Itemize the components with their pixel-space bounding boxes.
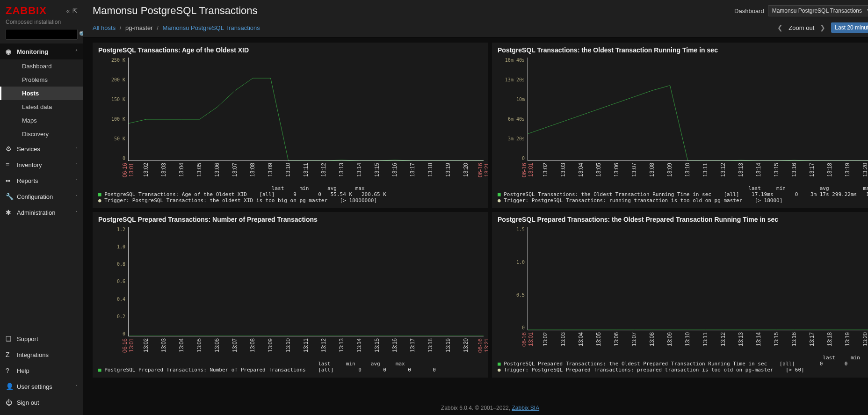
dashboard-grid: PostgreSQL Transactions: Age of the Olde… xyxy=(83,38,868,401)
dashboard-label: Dashboard xyxy=(734,7,764,15)
chart-title: PostgreSQL Prepared Transactions: the Ol… xyxy=(492,212,868,227)
sidebar-sub-maps[interactable]: Maps xyxy=(0,114,83,127)
sidebar-item-label: Reports xyxy=(17,177,38,184)
y-axis: 1.21.00.80.60.40.20 xyxy=(93,227,128,336)
user-icon: 👤 xyxy=(6,383,17,390)
sidebar: ZABBIX « ⇱ Composed installation 🔍 ◉ Mon… xyxy=(0,0,83,415)
time-range-select[interactable]: Last 20 minutes 🕒 xyxy=(831,22,868,33)
cogs-icon: ✱ xyxy=(6,209,17,216)
sidebar-item-monitoring[interactable]: ◉ Monitoring ˄ xyxy=(0,44,83,59)
search-input[interactable] xyxy=(9,31,79,38)
breadcrumb-host[interactable]: pg-master xyxy=(125,24,153,31)
chart-title: PostgreSQL Prepared Transactions: Number… xyxy=(93,212,488,227)
sidebar-item-label: Inventory xyxy=(17,161,42,168)
chevron-down-icon: ˅ xyxy=(75,178,78,183)
breadcrumb: All hosts / pg-master / Mamonsu PostgreS… xyxy=(93,24,260,31)
y-axis: 16m 40s13m 20s10m6m 40s3m 20s0 xyxy=(492,58,528,161)
support-icon: ❑ xyxy=(6,335,17,342)
sidebar-sub-problems[interactable]: Problems xyxy=(0,73,83,87)
chart-plot[interactable] xyxy=(128,227,484,336)
chart-title: PostgreSQL Transactions: Age of the Olde… xyxy=(93,43,488,58)
chart-legend: last min avg max■ PostgreSQL Prepared Tr… xyxy=(492,352,868,378)
sidebar-sub-latest[interactable]: Latest data xyxy=(0,100,83,114)
help-icon: ? xyxy=(6,367,17,374)
chart-legend: last min avg max■ PostgreSQL Transaction… xyxy=(93,182,488,208)
y-axis: 1.51.00.50 xyxy=(492,227,528,330)
chart-plot[interactable] xyxy=(128,58,484,161)
chevron-down-icon: ˅ xyxy=(75,210,78,215)
sidebar-item-support[interactable]: ❑ Support xyxy=(0,331,83,347)
chevron-down-icon: ˅ xyxy=(75,146,78,152)
time-range-value: Last 20 minutes xyxy=(835,24,868,31)
topbar: Mamonsu PostgreSQL Transactions Dashboar… xyxy=(83,0,868,20)
sidebar-item-configuration[interactable]: 🔧 Configuration ˅ xyxy=(0,189,83,204)
sidebar-sub-hosts[interactable]: Hosts xyxy=(0,87,83,100)
chevron-down-icon: ˅ xyxy=(75,162,78,167)
card-0: PostgreSQL Transactions: Age of the Olde… xyxy=(93,43,488,208)
chart-legend: last min avg max■ PostgreSQL Prepared Tr… xyxy=(93,358,488,378)
sidebar-item-user[interactable]: 👤 User settings ˅ xyxy=(0,379,83,394)
y-axis: 250 K200 K150 K100 K50 K0 xyxy=(93,58,128,161)
logo-row: ZABBIX « ⇱ xyxy=(0,0,83,19)
chevron-down-icon: ˅ xyxy=(75,194,78,199)
footer-text: Zabbix 6.0.4. © 2001–2022, xyxy=(441,405,512,411)
dashboard-select[interactable]: Mamonsu PostgreSQL Transactions xyxy=(768,5,868,16)
main-area: Mamonsu PostgreSQL Transactions Dashboar… xyxy=(83,0,868,415)
zoom-out-button[interactable]: Zoom out xyxy=(788,24,814,31)
time-next-icon[interactable]: ❯ xyxy=(820,24,825,31)
chart-title: PostgreSQL Transactions: the Oldest Tran… xyxy=(492,43,868,58)
chart-icon: ▪▪ xyxy=(6,177,17,184)
power-icon: ⏻ xyxy=(6,399,17,406)
dashboard-select-value: Mamonsu PostgreSQL Transactions xyxy=(772,7,862,14)
sidebar-item-label: Configuration xyxy=(17,193,53,200)
eye-icon: ◉ xyxy=(6,48,17,55)
sidebar-item-help[interactable]: ? Help xyxy=(0,363,83,379)
footer-link[interactable]: Zabbix SIA xyxy=(512,405,539,411)
sidebar-item-integrations[interactable]: Z Integrations xyxy=(0,347,83,363)
chart-plot[interactable] xyxy=(528,227,868,330)
sidebar-item-reports[interactable]: ▪▪ Reports ˅ xyxy=(0,173,83,189)
sidebar-item-signout[interactable]: ⏻ Sign out xyxy=(0,394,83,410)
sidebar-item-label: Help xyxy=(17,367,29,374)
sidebar-item-label: Administration xyxy=(17,209,55,216)
chevron-up-icon: ˄ xyxy=(75,49,78,54)
chart-legend: last min avg max■ PostgreSQL Transaction… xyxy=(492,182,868,208)
card-2: PostgreSQL Prepared Transactions: Number… xyxy=(93,212,488,378)
sidebar-item-inventory[interactable]: ≡ Inventory ˅ xyxy=(0,157,83,173)
breadcrumb-current[interactable]: Mamonsu PostgreSQL Transactions xyxy=(162,24,260,31)
integrations-icon: Z xyxy=(6,351,17,358)
page-title: Mamonsu PostgreSQL Transactions xyxy=(93,5,258,17)
sidebar-item-label: Support xyxy=(17,335,38,342)
sidebar-sub-discovery[interactable]: Discovery xyxy=(0,127,83,141)
wrench-icon: 🔧 xyxy=(6,193,17,200)
sidebar-sub-dashboard[interactable]: Dashboard xyxy=(0,59,83,73)
chart-plot[interactable] xyxy=(528,58,868,161)
chevron-down-icon: ˅ xyxy=(75,384,78,389)
breadcrumb-row: All hosts / pg-master / Mamonsu PostgreS… xyxy=(83,20,868,38)
breadcrumb-allhosts[interactable]: All hosts xyxy=(93,24,116,31)
time-prev-icon[interactable]: ❮ xyxy=(777,24,783,31)
sidebar-item-services[interactable]: ⚙ Services ˅ xyxy=(0,141,83,157)
logo[interactable]: ZABBIX xyxy=(6,5,47,17)
collapse-icon[interactable]: « xyxy=(66,7,70,15)
popout-icon[interactable]: ⇱ xyxy=(72,7,78,15)
gear-icon: ⚙ xyxy=(6,145,17,153)
sidebar-item-label: Sign out xyxy=(17,399,39,406)
footer: Zabbix 6.0.4. © 2001–2022, Zabbix SIA xyxy=(83,401,868,415)
sidebar-item-label: Monitoring xyxy=(17,48,48,55)
install-subtitle: Composed installation xyxy=(0,19,83,29)
sidebar-item-label: Integrations xyxy=(17,351,49,358)
card-1: PostgreSQL Transactions: the Oldest Tran… xyxy=(492,43,868,208)
list-icon: ≡ xyxy=(6,161,17,168)
sidebar-item-label: User settings xyxy=(17,383,52,390)
search-input-wrap[interactable]: 🔍 xyxy=(6,29,78,40)
card-3: PostgreSQL Prepared Transactions: the Ol… xyxy=(492,212,868,378)
sidebar-item-administration[interactable]: ✱ Administration ˅ xyxy=(0,204,83,220)
sidebar-item-label: Services xyxy=(17,146,40,153)
